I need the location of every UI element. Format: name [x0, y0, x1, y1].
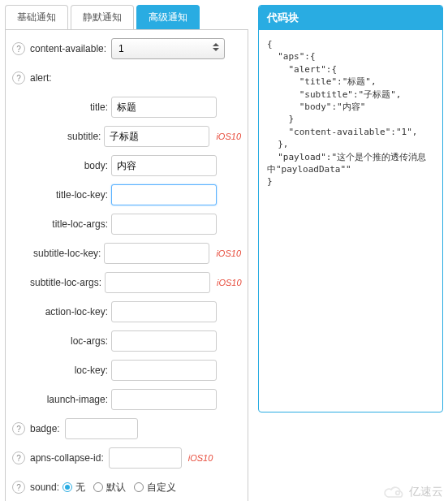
subtitle-loc-args-label: subtitle-loc-args: [30, 277, 105, 288]
sound-radio-none[interactable] [62, 482, 72, 492]
sound-label: sound: [30, 482, 59, 493]
watermark-text: 亿速云 [409, 485, 443, 499]
subtitle-input[interactable] [104, 126, 209, 147]
sound-radio-custom[interactable] [134, 482, 144, 492]
svg-point-0 [396, 491, 400, 495]
help-icon[interactable]: ? [12, 71, 25, 84]
apns-collapse-id-input[interactable] [109, 447, 182, 469]
ios10-tag: iOS10 [216, 132, 241, 141]
watermark: 亿速云 [383, 485, 443, 499]
tab-advanced[interactable]: 高级通知 [136, 5, 200, 29]
badge-label: badge: [30, 423, 60, 434]
loc-args-label: loc-args: [30, 335, 111, 347]
help-icon[interactable]: ? [12, 422, 25, 435]
ios10-tag: iOS10 [216, 248, 241, 258]
loc-args-input[interactable] [111, 330, 217, 352]
body-label: body: [30, 160, 111, 171]
apns-collapse-id-label: apns-collapse-id: [30, 452, 104, 464]
sound-custom-label: 自定义 [147, 481, 176, 495]
ios10-tag: iOS10 [188, 453, 213, 463]
loc-key-label: loc-key: [30, 365, 111, 376]
subtitle-loc-key-input[interactable] [104, 243, 209, 264]
code-block-panel: 代码块 { "aps":{ "alert":{ "title":"标题", "s… [258, 5, 443, 412]
action-loc-key-label: action-loc-key: [30, 306, 111, 317]
code-block-title: 代码块 [259, 6, 442, 30]
subtitle-loc-args-input[interactable] [105, 272, 210, 293]
launch-image-input[interactable] [111, 389, 217, 410]
subtitle-label: subtitle: [30, 131, 104, 142]
help-icon[interactable]: ? [12, 42, 25, 55]
title-loc-key-input[interactable] [111, 184, 217, 205]
code-block-content: { "aps":{ "alert":{ "title":"标题", "subti… [259, 30, 442, 412]
launch-image-label: launch-image: [30, 394, 111, 405]
tab-basic[interactable]: 基础通知 [5, 5, 68, 29]
content-available-select[interactable]: 1 [111, 38, 225, 59]
help-icon[interactable]: ? [12, 481, 25, 494]
advanced-form: ? content-available: 1 ? alert: title: s… [5, 30, 248, 501]
sound-radio-default[interactable] [93, 482, 103, 492]
sound-none-label: 无 [75, 481, 85, 495]
title-loc-args-input[interactable] [111, 214, 217, 235]
cloud-icon [383, 485, 406, 499]
content-available-label: content-available: [30, 43, 106, 54]
alert-label: alert: [30, 72, 52, 84]
notification-tabs: 基础通知 静默通知 高级通知 [5, 5, 248, 30]
help-icon[interactable]: ? [12, 451, 25, 464]
title-label: title: [30, 101, 111, 113]
title-loc-key-label: title-loc-key: [30, 189, 111, 201]
body-input[interactable] [111, 155, 217, 176]
tab-silent[interactable]: 静默通知 [71, 5, 134, 29]
sound-default-label: 默认 [106, 481, 126, 495]
badge-input[interactable] [65, 418, 138, 439]
title-input[interactable] [111, 97, 217, 118]
action-loc-key-input[interactable] [111, 301, 217, 322]
subtitle-loc-key-label: subtitle-loc-key: [30, 248, 104, 259]
ios10-tag: iOS10 [217, 278, 242, 287]
title-loc-args-label: title-loc-args: [30, 218, 111, 230]
loc-key-input[interactable] [111, 360, 217, 381]
